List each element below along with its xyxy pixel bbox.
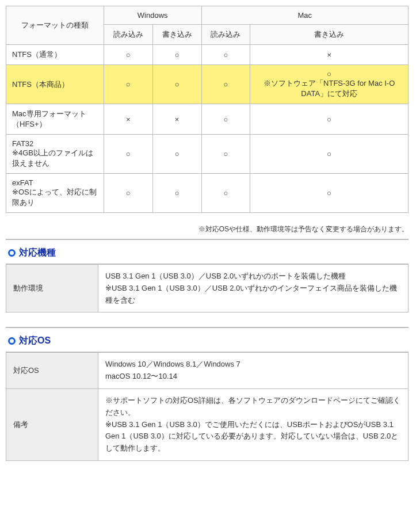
subheader-mac-read: 読み込み: [201, 25, 250, 45]
bullet-circle-icon: [8, 337, 16, 345]
compatibility-cell: ○: [201, 65, 250, 104]
header-os-mac: Mac: [201, 6, 408, 25]
format-label: exFAT ※OSによって、対応に制限あり: [6, 174, 104, 213]
header-format-type: フォーマットの種類: [6, 6, 104, 45]
spec-value: Windows 10／Windows 8.1／Windows 7 macOS 1…: [98, 353, 408, 389]
spec-value: USB 3.1 Gen 1（USB 3.0）／USB 2.0いずれかのポートを装…: [98, 265, 408, 312]
subheader-win-write: 書き込み: [152, 25, 201, 45]
format-label: NTFS（本商品）: [6, 65, 104, 104]
compatibility-cell: ○ ※ソフトウェア「NTFS-3G for Mac I-O DATA」にて対応: [250, 65, 408, 104]
supported-models-table: 動作環境USB 3.1 Gen 1（USB 3.0）／USB 2.0いずれかのポ…: [6, 264, 408, 312]
spec-label: 対応OS: [6, 353, 98, 389]
compatibility-cell: ×: [250, 45, 408, 65]
compatibility-cell: ○: [152, 135, 201, 174]
subheader-win-read: 読み込み: [104, 25, 152, 45]
section-supported-os: 対応OS 対応OSWindows 10／Windows 8.1／Windows …: [6, 327, 408, 461]
table-row: NTFS（本商品）○○○○ ※ソフトウェア「NTFS-3G for Mac I-…: [6, 65, 408, 104]
format-label: Mac専用フォーマット（HFS+）: [6, 104, 104, 135]
compatibility-cell: ○: [104, 45, 152, 65]
compatibility-cell: ○: [152, 45, 201, 65]
table-row: 備考※サポートソフトの対応OS詳細は、各ソフトウェアのダウンロードページにてご確…: [6, 388, 408, 460]
format-label: NTFS（通常）: [6, 45, 104, 65]
compatibility-cell: ○: [152, 174, 201, 213]
table-row: Mac専用フォーマット（HFS+）××○○: [6, 104, 408, 135]
spec-label: 動作環境: [6, 265, 98, 312]
section-title: 対応機種: [6, 243, 408, 264]
supported-os-table: 対応OSWindows 10／Windows 8.1／Windows 7 mac…: [6, 352, 408, 461]
bullet-circle-icon: [8, 249, 16, 257]
header-os-windows: Windows: [104, 6, 201, 25]
table-row: NTFS（通常）○○○×: [6, 45, 408, 65]
section-title-text: 対応機種: [19, 247, 56, 257]
spec-label: 備考: [6, 388, 98, 460]
compatibility-cell: ×: [104, 104, 152, 135]
compatibility-cell: ○: [104, 65, 152, 104]
table-row: 対応OSWindows 10／Windows 8.1／Windows 7 mac…: [6, 353, 408, 389]
section-divider: [6, 239, 408, 240]
section-title: 対応OS: [6, 331, 408, 352]
compatibility-cell: ○: [250, 174, 408, 213]
section-supported-models: 対応機種 動作環境USB 3.1 Gen 1（USB 3.0）／USB 2.0い…: [6, 239, 408, 312]
compatibility-cell: ×: [152, 104, 201, 135]
section-divider: [6, 327, 408, 328]
spec-value: ※サポートソフトの対応OS詳細は、各ソフトウェアのダウンロードページにてご確認く…: [98, 388, 408, 460]
format-label: FAT32 ※4GB以上のファイルは扱えません: [6, 135, 104, 174]
section-title-text: 対応OS: [19, 336, 51, 345]
subheader-mac-write: 書き込み: [250, 25, 408, 45]
compatibility-cell: ○: [201, 45, 250, 65]
format-compatibility-table: フォーマットの種類 Windows Mac 読み込み 書き込み 読み込み 書き込…: [6, 6, 408, 213]
compatibility-cell: ○: [201, 174, 250, 213]
table-row: exFAT ※OSによって、対応に制限あり○○○○: [6, 174, 408, 213]
change-notice: ※対応OSや仕様、動作環境等は予告なく変更する場合があります。: [6, 224, 408, 234]
compatibility-cell: ○: [201, 135, 250, 174]
compatibility-cell: ○: [104, 135, 152, 174]
compatibility-cell: ○: [250, 104, 408, 135]
compatibility-cell: ○: [104, 174, 152, 213]
table-row: 動作環境USB 3.1 Gen 1（USB 3.0）／USB 2.0いずれかのポ…: [6, 265, 408, 312]
compatibility-cell: ○: [201, 104, 250, 135]
table-row: FAT32 ※4GB以上のファイルは扱えません○○○○: [6, 135, 408, 174]
compatibility-cell: ○: [152, 65, 201, 104]
compatibility-cell: ○: [250, 135, 408, 174]
